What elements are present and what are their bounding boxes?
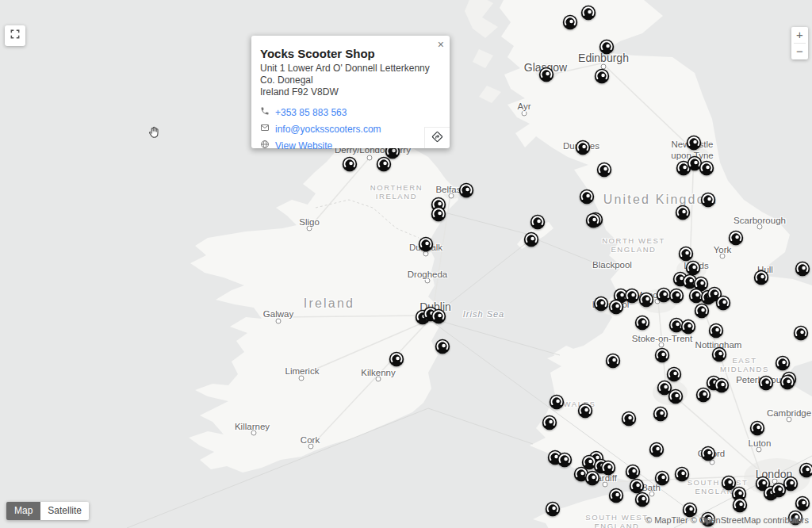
map-type-control: Map Satellite	[6, 502, 89, 520]
shop-marker[interactable]	[799, 462, 812, 479]
shop-marker[interactable]	[779, 374, 796, 391]
shop-marker[interactable]	[793, 325, 810, 342]
shop-marker[interactable]	[758, 375, 775, 392]
town-dot	[308, 444, 314, 450]
shop-marker[interactable]	[654, 347, 671, 364]
shop-marker[interactable]	[608, 299, 625, 316]
shop-marker[interactable]	[557, 452, 573, 469]
map-type-map-button[interactable]: Map	[6, 502, 40, 520]
shop-marker[interactable]	[783, 476, 799, 492]
town-dot	[367, 155, 373, 161]
shop-marker[interactable]	[342, 156, 358, 173]
shop-marker[interactable]	[653, 406, 669, 423]
town-dot	[756, 447, 762, 453]
shop-marker[interactable]	[775, 355, 791, 372]
map-attribution[interactable]: © MapTiler © OpenStreetMap contributors	[645, 515, 809, 525]
close-icon[interactable]: ×	[438, 39, 444, 50]
shop-marker[interactable]	[575, 140, 592, 156]
shop-marker[interactable]	[674, 466, 691, 483]
shop-address: Unit 1 Lower Ard O' Donnell Letterkenny …	[260, 63, 442, 98]
shop-marker[interactable]	[634, 315, 651, 331]
shop-marker[interactable]	[608, 488, 625, 504]
shop-marker[interactable]	[649, 442, 665, 458]
shop-marker[interactable]	[686, 135, 703, 151]
town-dot	[299, 376, 304, 381]
shop-marker[interactable]	[389, 351, 405, 368]
email-icon	[260, 123, 270, 135]
shop-marker[interactable]	[596, 162, 613, 178]
town-dot	[251, 430, 257, 436]
shop-marker[interactable]	[634, 492, 651, 508]
website-globe-icon	[260, 140, 270, 151]
shop-marker[interactable]	[418, 236, 435, 253]
shop-marker[interactable]	[599, 39, 615, 55]
shop-marker[interactable]	[584, 470, 601, 487]
info-window: × Yocks Scooter Shop Unit 1 Lower Ard O'…	[251, 36, 450, 148]
shop-marker[interactable]	[600, 460, 617, 476]
shop-marker[interactable]	[668, 388, 684, 405]
shop-marker[interactable]	[699, 160, 715, 177]
shop-marker[interactable]	[585, 212, 602, 229]
shop-marker[interactable]	[680, 319, 697, 335]
shop-marker[interactable]	[700, 446, 717, 462]
shop-marker[interactable]	[654, 470, 671, 487]
shop-marker[interactable]	[728, 230, 745, 247]
town-dot	[720, 254, 726, 259]
shop-marker[interactable]	[549, 394, 565, 411]
shop-marker[interactable]	[621, 411, 638, 427]
shop-marker[interactable]	[593, 296, 610, 312]
shop-marker[interactable]	[530, 214, 546, 231]
shop-marker[interactable]	[732, 497, 749, 514]
shop-marker[interactable]	[694, 303, 710, 319]
shop-marker[interactable]	[605, 353, 622, 369]
fullscreen-button[interactable]	[5, 25, 25, 46]
phone-link[interactable]: +353 85 883 563	[275, 107, 347, 118]
shop-marker[interactable]	[435, 339, 451, 355]
shop-marker[interactable]	[715, 295, 732, 312]
shop-marker[interactable]	[708, 323, 725, 339]
directions-icon	[431, 130, 444, 147]
shop-marker[interactable]	[562, 14, 579, 31]
shop-marker[interactable]	[668, 288, 685, 304]
shop-marker[interactable]	[579, 189, 596, 205]
map-type-satellite-button[interactable]: Satellite	[40, 502, 89, 520]
shop-marker[interactable]	[700, 192, 717, 209]
shop-marker[interactable]	[523, 231, 540, 248]
shop-marker[interactable]	[431, 308, 447, 325]
shop-marker[interactable]	[577, 403, 594, 419]
shop-marker[interactable]	[594, 68, 611, 85]
map-canvas[interactable]: United KingdomIrelandGlasgowEdinburghDub…	[0, 0, 812, 528]
town-dot	[449, 193, 454, 199]
shop-marker[interactable]	[638, 292, 655, 308]
town-dot	[276, 319, 282, 324]
website-link[interactable]: View Website	[275, 140, 332, 151]
shop-marker[interactable]	[795, 261, 811, 277]
shop-marker[interactable]	[458, 182, 475, 199]
town-dot	[757, 224, 763, 230]
town-dot	[425, 278, 431, 284]
email-link[interactable]: info@yocksscooters.com	[275, 124, 381, 135]
phone-icon	[260, 106, 270, 118]
town-dot	[307, 226, 312, 231]
directions-button[interactable]	[424, 127, 450, 148]
shop-marker[interactable]	[714, 377, 730, 394]
town-dot	[603, 482, 608, 488]
town-dot	[787, 417, 792, 423]
shop-marker[interactable]	[580, 5, 597, 21]
town-dot	[522, 111, 527, 117]
zoom-control: + −	[791, 27, 808, 59]
shop-marker[interactable]	[542, 415, 558, 431]
shop-marker[interactable]	[753, 270, 770, 286]
town-dot	[376, 377, 381, 382]
fullscreen-icon	[10, 29, 21, 43]
shop-marker[interactable]	[711, 346, 728, 363]
shop-marker[interactable]	[431, 206, 447, 223]
zoom-in-button[interactable]: +	[791, 27, 808, 43]
zoom-out-button[interactable]: −	[791, 44, 808, 59]
shop-title: Yocks Scooter Shop	[260, 47, 441, 60]
shop-marker[interactable]	[545, 501, 561, 518]
shop-marker[interactable]	[749, 420, 766, 437]
shop-marker[interactable]	[675, 205, 691, 221]
shop-marker[interactable]	[538, 67, 555, 83]
